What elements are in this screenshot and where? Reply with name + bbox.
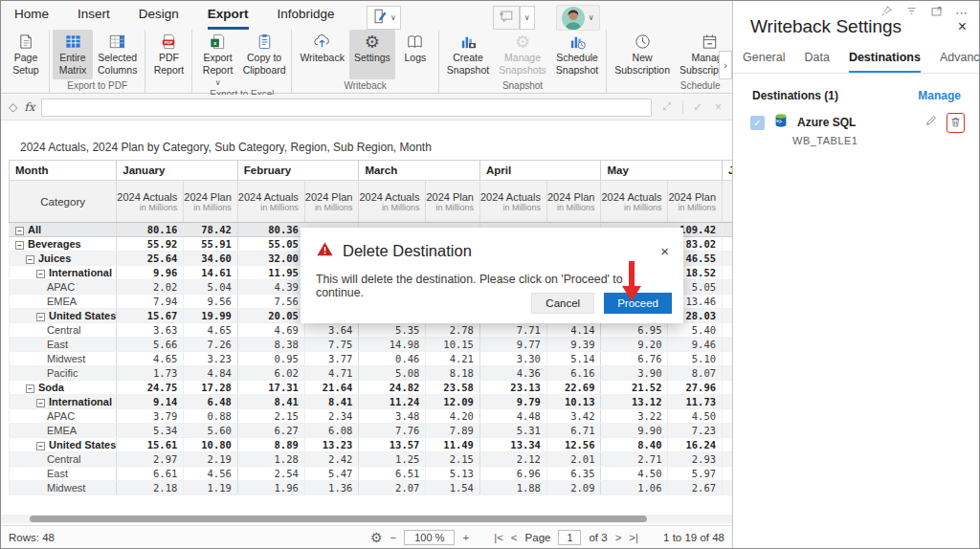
manage-snapshots-button[interactable]: ⚙ManageSnapshots: [494, 30, 551, 79]
selected-columns-button[interactable]: SelectedColumns: [93, 30, 142, 79]
cell[interactable]: 6.61: [117, 467, 184, 481]
row-header-international[interactable]: −International: [10, 395, 117, 409]
tab-insert[interactable]: Insert: [78, 7, 110, 30]
row-header-apac[interactable]: APAC: [10, 409, 117, 424]
row-header-emea[interactable]: EMEA: [10, 295, 117, 309]
cell[interactable]: 6.71: [546, 424, 601, 438]
cell[interactable]: 2.42: [304, 452, 359, 467]
measure-header[interactable]: 2024 Planin Millions: [546, 181, 601, 223]
cell[interactable]: 4.48: [479, 409, 546, 424]
row-header-central[interactable]: Central: [10, 323, 117, 338]
month-header-april[interactable]: April: [479, 161, 601, 181]
filter-icon[interactable]: [905, 4, 918, 21]
cell[interactable]: 55.92: [117, 237, 184, 252]
cell[interactable]: 3.48: [359, 409, 426, 424]
cell[interactable]: 4.56: [184, 467, 238, 481]
cell[interactable]: 3.22: [601, 409, 668, 424]
cell[interactable]: 2.71: [601, 452, 668, 467]
cell[interactable]: 23.13: [479, 381, 546, 395]
tab-export[interactable]: Export: [208, 7, 249, 30]
cell[interactable]: 4.14: [546, 323, 601, 338]
cell[interactable]: 25.64: [117, 252, 184, 266]
settings-button[interactable]: ⚙Settings: [349, 30, 395, 79]
cell[interactable]: 7.56: [237, 295, 304, 309]
row-header-united-states[interactable]: −United States: [10, 309, 117, 323]
measure-header[interactable]: 2024 Planin Millions: [304, 181, 359, 223]
collapse-icon[interactable]: −: [26, 384, 34, 393]
cell[interactable]: 10.13: [546, 395, 601, 409]
cell[interactable]: 5.60: [184, 424, 238, 438]
cell[interactable]: 7.23: [668, 424, 723, 438]
cell[interactable]: 16.24: [668, 438, 723, 452]
cell[interactable]: 9.79: [479, 395, 546, 409]
cell[interactable]: 8.07: [668, 366, 723, 381]
cell[interactable]: 13.12: [601, 395, 668, 409]
cell[interactable]: 17.28: [184, 381, 238, 395]
cell[interactable]: 24.75: [117, 381, 184, 395]
measure-header[interactable]: 2024 Actualsin Millions: [479, 181, 546, 223]
row-header-pacific[interactable]: Pacific: [10, 366, 117, 381]
cell[interactable]: 4.65: [184, 323, 238, 338]
cell[interactable]: 4.21: [426, 352, 480, 366]
cell[interactable]: 13.23: [304, 438, 359, 452]
prev-page-button[interactable]: <: [511, 532, 518, 543]
more-options-icon[interactable]: ⋯: [955, 6, 969, 20]
measure-header[interactable]: 2024 Actualsin Millions: [359, 181, 426, 223]
cell[interactable]: 2.01: [546, 452, 601, 467]
collapse-icon[interactable]: −: [36, 399, 45, 407]
cell[interactable]: 19.99: [184, 309, 238, 323]
export-report-button[interactable]: xExportReport ∨: [195, 30, 239, 88]
cell[interactable]: 11.24: [359, 395, 426, 409]
measure-header[interactable]: 2024 Actualsin Millions: [117, 181, 184, 223]
cell[interactable]: 1.28: [237, 452, 304, 467]
cell[interactable]: 12.09: [426, 395, 480, 409]
cell[interactable]: 6.35: [546, 467, 601, 481]
cell[interactable]: 3.63: [117, 323, 184, 338]
tab-home[interactable]: Home: [14, 7, 49, 30]
cell[interactable]: 1.88: [479, 481, 546, 495]
row-header-east[interactable]: East: [10, 338, 117, 352]
cell[interactable]: 7.76: [359, 424, 426, 438]
cell[interactable]: 22.69: [546, 381, 601, 395]
cell[interactable]: 13.34: [479, 438, 546, 452]
cell[interactable]: 2.15: [237, 409, 304, 424]
delete-destination-trash-icon[interactable]: [949, 115, 962, 132]
writeback-button[interactable]: Writeback: [295, 30, 349, 79]
row-header-beverages[interactable]: −Beverages: [10, 237, 117, 252]
comment-dropdown-button[interactable]: ∨: [520, 6, 535, 30]
cell[interactable]: 4.69: [237, 323, 304, 338]
cell[interactable]: 14.61: [184, 266, 238, 280]
row-header-soda[interactable]: −Soda: [10, 381, 117, 395]
cell[interactable]: 5.13: [426, 467, 480, 481]
cell[interactable]: 2.34: [304, 409, 359, 424]
month-header-february[interactable]: February: [237, 161, 359, 181]
cell[interactable]: 9.77: [479, 338, 546, 352]
measure-header[interactable]: 2024 Planin Millions: [426, 181, 480, 223]
collapse-icon[interactable]: −: [15, 227, 24, 235]
cell[interactable]: 4.65: [117, 352, 184, 366]
cell[interactable]: 8.40: [601, 438, 668, 452]
scrollbar-thumb[interactable]: [30, 516, 647, 522]
cell[interactable]: 12.56: [546, 438, 601, 452]
cell[interactable]: 6.02: [237, 366, 304, 381]
cell[interactable]: 5.47: [304, 467, 359, 481]
row-header-emea[interactable]: EMEA: [10, 424, 117, 438]
cell[interactable]: 2.78: [426, 323, 480, 338]
cell[interactable]: 9.46: [668, 338, 723, 352]
cell[interactable]: 5.66: [117, 338, 184, 352]
cell[interactable]: 5.08: [359, 366, 426, 381]
cell[interactable]: 9.20: [601, 338, 668, 352]
cell[interactable]: 1.73: [117, 366, 184, 381]
cell[interactable]: 15.67: [117, 309, 184, 323]
cell[interactable]: 5.31: [479, 424, 546, 438]
cell[interactable]: 3.77: [304, 352, 359, 366]
collapse-icon[interactable]: −: [36, 442, 45, 450]
cell[interactable]: 1.36: [304, 481, 359, 495]
tab-infobridge[interactable]: Infobridge: [278, 7, 335, 30]
cell[interactable]: 8.18: [426, 366, 480, 381]
destination-checkbox[interactable]: ✓: [750, 116, 765, 130]
cell[interactable]: 7.89: [426, 424, 480, 438]
cell[interactable]: 24.82: [359, 381, 426, 395]
cell[interactable]: 2.93: [668, 452, 723, 467]
cell[interactable]: 4.71: [304, 366, 359, 381]
